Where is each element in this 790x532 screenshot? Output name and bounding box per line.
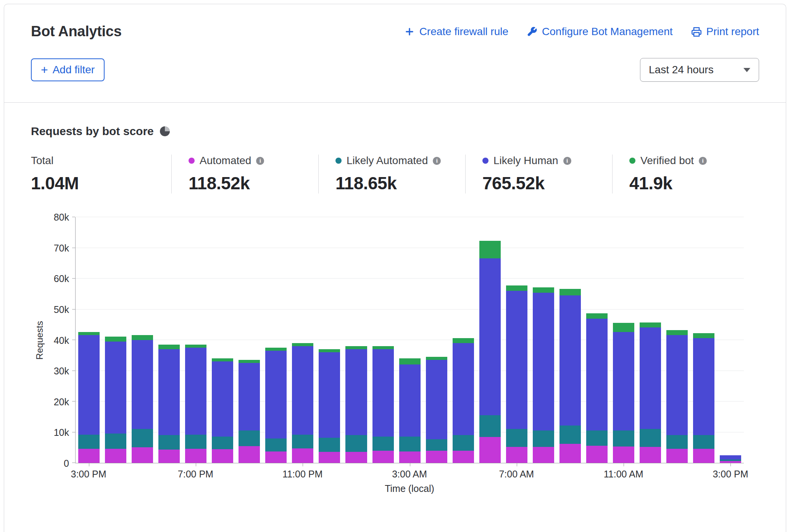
stat-value: 118.52k (189, 173, 318, 193)
segment-likely-automated (426, 439, 447, 451)
segment-likely-human (640, 327, 661, 429)
time-range-select[interactable]: Last 24 hours (640, 58, 759, 82)
segment-verified-bot (212, 358, 233, 361)
bar-5-00-pm-2 (132, 335, 153, 463)
add-filter-button[interactable]: + Add filter (31, 58, 105, 81)
segment-verified-bot (426, 357, 447, 360)
bar-2-00-am-11 (372, 346, 394, 463)
bar-slot (717, 217, 744, 463)
bar-slot (289, 217, 316, 463)
action-print-report[interactable]: Print report (691, 26, 759, 38)
segment-likely-automated (399, 437, 421, 452)
segment-likely-human (720, 455, 741, 459)
info-icon[interactable]: i (256, 157, 264, 165)
segment-likely-human (453, 343, 474, 435)
bar-2-00-pm-23 (693, 333, 714, 463)
action-create-firewall-rule[interactable]: Create firewall rule (404, 26, 508, 38)
y-tick-label: 50k (54, 304, 69, 315)
legend-dot (189, 158, 195, 164)
y-tick-label: 0 (64, 458, 69, 469)
bar-slot (584, 217, 610, 463)
segment-verified-bot (185, 345, 206, 348)
segment-verified-bot (319, 349, 340, 352)
segment-verified-bot (372, 346, 394, 349)
segment-automated (265, 451, 287, 463)
action-configure-bot-management[interactable]: Configure Bot Management (527, 26, 672, 38)
chevron-down-icon (743, 68, 750, 72)
segment-likely-human (345, 349, 367, 435)
segment-likely-automated (319, 438, 340, 452)
segment-likely-automated (132, 429, 153, 447)
title-row: Bot Analytics Create firewall ruleConfig… (31, 23, 759, 40)
y-tick-label: 30k (54, 366, 69, 377)
segment-likely-human (399, 364, 421, 437)
printer-icon (691, 26, 702, 37)
header-actions: Create firewall ruleConfigure Bot Manage… (404, 26, 759, 38)
segment-verified-bot (506, 285, 527, 291)
time-range-value: Last 24 hours (649, 64, 714, 76)
bar-slot (664, 217, 690, 463)
y-tick-mark (72, 217, 75, 217)
y-tick-mark (72, 278, 75, 279)
segment-likely-automated (372, 437, 394, 451)
segment-likely-human (613, 332, 634, 430)
segment-verified-bot (666, 330, 688, 335)
bar-slot (610, 217, 637, 463)
bar-slot (236, 217, 263, 463)
bar-3-00-am-12 (399, 358, 421, 463)
segment-automated (372, 451, 394, 463)
stat-top: Verified boti (629, 155, 759, 167)
x-axis-title: Time (local) (75, 483, 744, 494)
segment-likely-human (158, 349, 180, 435)
segment-automated (158, 450, 180, 463)
y-tick-mark (72, 340, 75, 340)
bar-8-00-am-17 (533, 287, 554, 463)
stat-top: Likely Automatedi (335, 155, 465, 167)
segment-verified-bot (559, 289, 581, 295)
x-tick-label: 3:00 AM (392, 469, 427, 480)
bar-slot (557, 217, 584, 463)
stat-value: 118.65k (335, 173, 465, 193)
segment-automated (132, 447, 153, 463)
bar-6-00-am-15 (479, 241, 501, 463)
stat-automated: Automatedi118.52k (171, 155, 318, 193)
segment-verified-bot (132, 335, 153, 340)
segment-automated (319, 452, 340, 463)
y-axis-title: Requests (31, 217, 48, 463)
segment-verified-bot (533, 287, 554, 293)
stat-top: Likely Humani (482, 155, 612, 167)
y-tick-label: 20k (54, 396, 69, 407)
y-tick-label: 60k (54, 273, 69, 284)
segment-likely-automated (479, 415, 501, 437)
segment-likely-automated (265, 438, 287, 452)
info-icon[interactable]: i (433, 157, 441, 165)
segment-verified-bot (586, 313, 608, 319)
legend-dot (629, 158, 635, 164)
action-label: Print report (706, 26, 759, 38)
segment-likely-human (426, 360, 447, 439)
segment-likely-automated (533, 430, 554, 447)
segment-likely-human (105, 342, 126, 434)
info-icon[interactable]: i (563, 157, 571, 165)
info-icon[interactable]: i (699, 157, 707, 165)
segment-automated (586, 446, 608, 463)
segment-likely-automated (212, 437, 233, 449)
stat-total: Total 1.04M (31, 155, 171, 193)
x-axis-ticks: 3:00 PM7:00 PM11:00 PM3:00 AM7:00 AM11:0… (75, 463, 744, 480)
page-title: Bot Analytics (31, 23, 122, 40)
segment-likely-human (292, 346, 313, 435)
stat-label: Automated (200, 155, 251, 167)
bar-7-00-am-16 (506, 285, 527, 463)
bar-8-00-pm-5 (212, 358, 233, 463)
segment-automated (453, 451, 474, 463)
segment-likely-human (78, 335, 100, 434)
y-tick-mark (72, 248, 75, 248)
bar-7-00-pm-4 (185, 345, 206, 463)
segment-verified-bot (479, 241, 501, 258)
stat-value: 1.04M (31, 173, 171, 193)
legend-dot (482, 158, 489, 164)
stat-likely-automated: Likely Automatedi118.65k (318, 155, 465, 193)
bar-10-00-pm-7 (265, 348, 287, 463)
main: Requests by bot score Total 1.04M Automa… (4, 125, 786, 494)
segment-likely-automated (453, 435, 474, 450)
